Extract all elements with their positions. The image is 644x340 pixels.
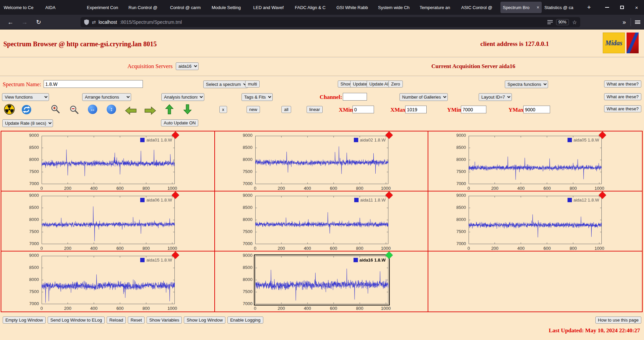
browser-tab[interactable]: LED and Wavef xyxy=(251,2,292,13)
all-button[interactable]: all xyxy=(281,106,291,113)
chart-plot-area[interactable]: aida15 1.8.W xyxy=(42,256,175,304)
chart-legend: aida12 1.8.W xyxy=(568,197,599,203)
up-arrow-icon[interactable] xyxy=(165,104,174,115)
reader-mode-icon[interactable] xyxy=(547,20,553,24)
y-tick-label: 8500 xyxy=(225,145,253,150)
forward-button[interactable]: → xyxy=(19,17,30,27)
how-to-use-button[interactable]: How to use this page xyxy=(595,317,641,324)
browser-tab[interactable]: FADC Align & C xyxy=(292,2,334,13)
ymin-input[interactable] xyxy=(461,106,486,113)
legend-label: aida02 1.8.W xyxy=(360,137,386,143)
reload-button[interactable]: Reload xyxy=(107,317,126,324)
reload-button[interactable]: ↻ xyxy=(33,17,44,27)
tab-title: Control @ carm xyxy=(170,5,207,10)
url-bar[interactable]: ⇄ localhost:8015/Spectrum/Spectrum.tml 9… xyxy=(80,17,580,27)
menu-button[interactable] xyxy=(632,17,643,27)
chart-plot-area[interactable]: aida12 1.8.W xyxy=(469,196,602,244)
x-tick-label: 200 xyxy=(58,306,78,311)
browser-tab[interactable]: Run Control @ xyxy=(126,2,167,13)
send-log-window-to-elog-button[interactable]: Send Log Window to ELog xyxy=(48,317,105,324)
tags-fits-dropdown[interactable]: Tags & Fits xyxy=(241,93,273,101)
legend-label: aida12 1.8.W xyxy=(574,197,599,203)
empty-log-window-button[interactable]: Empty Log Window xyxy=(3,317,46,324)
legend-swatch-icon xyxy=(140,258,145,262)
browser-tab[interactable]: Welcome to Ce xyxy=(1,2,43,13)
refresh-icon[interactable] xyxy=(21,105,32,115)
arrange-functions-dropdown[interactable]: Arrange functions xyxy=(82,93,131,101)
show-log-window-button[interactable]: Show Log Window xyxy=(184,317,225,324)
browser-tab[interactable]: System wide Ch xyxy=(376,2,417,13)
zero-button[interactable]: Zero xyxy=(388,80,403,88)
browser-tab[interactable]: Control @ carm xyxy=(168,2,209,13)
expand-x-icon[interactable]: ↔ xyxy=(88,105,97,114)
what-are-these-button-1[interactable]: What are these? xyxy=(604,80,641,88)
x-tick-label: 800 xyxy=(563,186,583,191)
tab-close-icon[interactable]: × xyxy=(537,5,539,10)
xmin-input[interactable] xyxy=(353,106,374,113)
maximize-button[interactable] xyxy=(614,0,629,15)
x-tick-label: 1000 xyxy=(376,306,396,311)
new-button[interactable]: new xyxy=(247,106,260,113)
browser-tab[interactable]: GSI White Rabb xyxy=(334,2,375,13)
number-of-galleries-dropdown[interactable]: Number of Galleries xyxy=(399,93,448,101)
zoom-in-icon[interactable] xyxy=(50,104,60,114)
close-window-button[interactable]: × xyxy=(629,0,644,15)
gallery-cell: aida12 1.8.W 700075008000850090000200400… xyxy=(428,191,642,251)
y-tick-label: 8500 xyxy=(11,145,39,150)
x-tick-label: 400 xyxy=(511,186,531,191)
overflow-menu-button[interactable]: » xyxy=(619,17,630,27)
view-functions-dropdown[interactable]: View functions xyxy=(2,93,49,101)
chart-plot-area[interactable]: aida11 1.8.W xyxy=(255,196,388,244)
browser-tab[interactable]: Module Setting xyxy=(209,2,251,13)
chart-plot-area[interactable]: aida02 1.8.W xyxy=(255,136,388,184)
update-all-button[interactable]: Update All xyxy=(367,80,392,88)
browser-tab[interactable]: Temperature an xyxy=(417,2,459,13)
browser-tab[interactable]: Statistics @ ca xyxy=(542,2,583,13)
x-tick-label: 0 xyxy=(245,186,265,191)
ymax-input[interactable] xyxy=(523,106,550,113)
browser-tab[interactable]: ASIC Control @ xyxy=(459,2,500,13)
xmax-input[interactable] xyxy=(405,106,427,113)
spectrum-name-input[interactable] xyxy=(44,80,143,88)
y-tick-label: 8000 xyxy=(225,157,253,162)
spectra-functions-dropdown[interactable]: Spectra functions xyxy=(505,80,548,88)
browser-tab[interactable]: AIDA xyxy=(43,2,84,13)
enable-logging-button[interactable]: Enable Logging xyxy=(227,317,263,324)
back-button[interactable]: ← xyxy=(5,17,16,27)
what-are-these-button-2[interactable]: What are these? xyxy=(604,93,641,100)
what-are-these-button-3[interactable]: What are these? xyxy=(604,105,641,112)
chart-plot-area[interactable]: aida05 1.8.W xyxy=(469,136,602,184)
chart-plot-area[interactable]: aida16 1.8.W xyxy=(255,256,388,304)
analysis-functions-dropdown[interactable]: Analysis functions xyxy=(161,93,204,101)
y-tick-label: 9000 xyxy=(11,133,39,138)
new-tab-button[interactable]: + xyxy=(584,2,594,13)
bookmark-star-icon[interactable]: ☆ xyxy=(572,19,577,25)
linear-button[interactable]: linear xyxy=(307,106,323,113)
zoom-out-icon[interactable] xyxy=(69,105,79,115)
reset-button[interactable]: Reset xyxy=(128,317,145,324)
expand-y-icon[interactable]: ↕ xyxy=(107,105,116,114)
multi-button[interactable]: multi xyxy=(245,80,260,88)
x-button[interactable]: x xyxy=(219,106,227,113)
auto-update-button[interactable]: Auto Update ON xyxy=(161,119,198,126)
y-tick-label: 9000 xyxy=(225,193,253,198)
previous-arrow-icon[interactable] xyxy=(125,106,137,115)
chart-plot-area[interactable]: aida01 1.8.W xyxy=(42,136,175,184)
show-variables-button[interactable]: Show Variables xyxy=(147,317,182,324)
browser-tab[interactable]: Spectrum Bro× xyxy=(500,2,542,13)
down-arrow-icon[interactable] xyxy=(183,104,192,115)
tracking-shield-icon[interactable] xyxy=(84,19,89,25)
radiation-icon[interactable] xyxy=(4,104,15,115)
next-arrow-icon[interactable] xyxy=(144,106,156,115)
zoom-level[interactable]: 90% xyxy=(556,19,569,25)
select-spectrum-dropdown[interactable]: Select a spectrum xyxy=(203,80,248,88)
acquisition-server-select[interactable]: aida16 xyxy=(176,62,199,70)
minimize-button[interactable] xyxy=(600,0,614,15)
legend-swatch-icon xyxy=(568,198,572,202)
layout-id-dropdown[interactable]: Layout ID=7 xyxy=(479,93,512,101)
update-rate-dropdown[interactable]: Update Rate (8 secs) xyxy=(2,119,53,127)
chart-plot-area[interactable]: aida06 1.8.W xyxy=(42,196,175,244)
connection-icon[interactable]: ⇄ xyxy=(92,19,96,25)
browser-tab[interactable]: Experiment Con xyxy=(85,2,126,13)
channel-input[interactable] xyxy=(343,93,367,101)
